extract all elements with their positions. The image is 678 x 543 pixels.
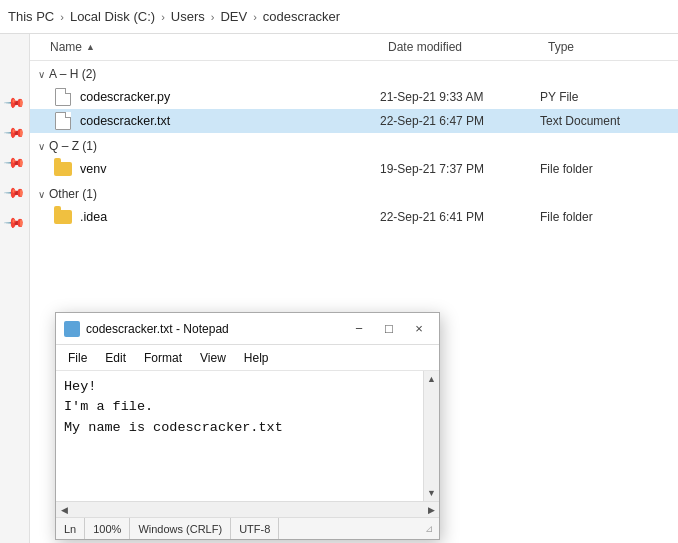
notepad-window: codescracker.txt - Notepad − □ × File Ed… xyxy=(55,312,440,540)
group-header-ah[interactable]: ∨ A – H (2) xyxy=(30,61,678,85)
notepad-editor[interactable]: Hey! I'm a file. My name is codescracker… xyxy=(56,371,439,501)
statusbar-ln: Ln xyxy=(62,518,85,539)
menu-file[interactable]: File xyxy=(60,349,95,367)
col-header-type[interactable]: Type xyxy=(548,40,678,54)
maximize-button[interactable]: □ xyxy=(377,317,401,341)
menu-edit[interactable]: Edit xyxy=(97,349,134,367)
pin-icon-1[interactable]: 📌 xyxy=(3,90,26,113)
vertical-scrollbar[interactable]: ▲ ▼ xyxy=(423,371,439,501)
resize-handle-icon[interactable]: ⊿ xyxy=(425,523,433,534)
menu-help[interactable]: Help xyxy=(236,349,277,367)
breadcrumb-thispc[interactable]: This PC xyxy=(8,9,54,24)
notepad-statusbar: Ln 100% Windows (CRLF) UTF-8 ⊿ xyxy=(56,517,439,539)
minimize-button[interactable]: − xyxy=(347,317,371,341)
breadcrumb-localdisk[interactable]: Local Disk (C:) xyxy=(70,9,155,24)
file-row-codescracker-txt[interactable]: codescracker.txt 22-Sep-21 6:47 PM Text … xyxy=(30,109,678,133)
pin-icon-3[interactable]: 📌 xyxy=(3,150,26,173)
file-row-idea[interactable]: .idea 22-Sep-21 6:41 PM File folder xyxy=(30,205,678,229)
scroll-left-arrow[interactable]: ◀ xyxy=(56,502,72,518)
sidebar-quick-access: 📌 📌 📌 📌 📌 xyxy=(0,34,30,543)
file-icon-idea xyxy=(52,208,74,226)
group-header-other[interactable]: ∨ Other (1) xyxy=(30,181,678,205)
hscroll-track[interactable] xyxy=(72,502,423,517)
file-list: ∨ A – H (2) codescracker.py 21-Sep-21 9:… xyxy=(30,61,678,229)
breadcrumb-dev[interactable]: DEV xyxy=(220,9,247,24)
column-headers: Name ▲ Date modified Type xyxy=(0,34,678,61)
scroll-track[interactable] xyxy=(424,387,439,485)
notepad-menubar: File Edit Format View Help xyxy=(56,345,439,371)
file-row-venv[interactable]: venv 19-Sep-21 7:37 PM File folder xyxy=(30,157,678,181)
breadcrumb-users[interactable]: Users xyxy=(171,9,205,24)
statusbar-zoom: 100% xyxy=(85,518,130,539)
col-header-date[interactable]: Date modified xyxy=(388,40,548,54)
scroll-up-arrow[interactable]: ▲ xyxy=(424,371,440,387)
file-icon-venv xyxy=(52,160,74,178)
chevron-down-icon-qz: ∨ xyxy=(38,141,45,152)
menu-view[interactable]: View xyxy=(192,349,234,367)
pin-icon-2[interactable]: 📌 xyxy=(3,120,26,143)
file-icon-txt xyxy=(52,112,74,130)
sort-arrow-icon: ▲ xyxy=(86,42,95,52)
notepad-content-area: Hey! I'm a file. My name is codescracker… xyxy=(56,371,439,501)
file-row-codescracker-py[interactable]: codescracker.py 21-Sep-21 9:33 AM PY Fil… xyxy=(30,85,678,109)
statusbar-encoding: UTF-8 xyxy=(231,518,279,539)
close-button[interactable]: × xyxy=(407,317,431,341)
notepad-titlebar: codescracker.txt - Notepad − □ × xyxy=(56,313,439,345)
pin-icon-5[interactable]: 📌 xyxy=(3,210,26,233)
address-bar: This PC › Local Disk (C:) › Users › DEV … xyxy=(0,0,678,34)
scroll-right-arrow[interactable]: ▶ xyxy=(423,502,439,518)
file-icon-py xyxy=(52,88,74,106)
breadcrumb-codescracker[interactable]: codescracker xyxy=(263,9,340,24)
statusbar-line-ending: Windows (CRLF) xyxy=(130,518,231,539)
chevron-down-icon-other: ∨ xyxy=(38,189,45,200)
scroll-down-arrow[interactable]: ▼ xyxy=(424,485,440,501)
horizontal-scrollbar[interactable]: ◀ ▶ xyxy=(56,501,439,517)
pin-icon-4[interactable]: 📌 xyxy=(3,180,26,203)
notepad-app-icon xyxy=(64,321,80,337)
menu-format[interactable]: Format xyxy=(136,349,190,367)
notepad-title: codescracker.txt - Notepad xyxy=(86,322,341,336)
chevron-down-icon: ∨ xyxy=(38,69,45,80)
col-header-name[interactable]: Name ▲ xyxy=(50,40,388,54)
group-header-qz[interactable]: ∨ Q – Z (1) xyxy=(30,133,678,157)
